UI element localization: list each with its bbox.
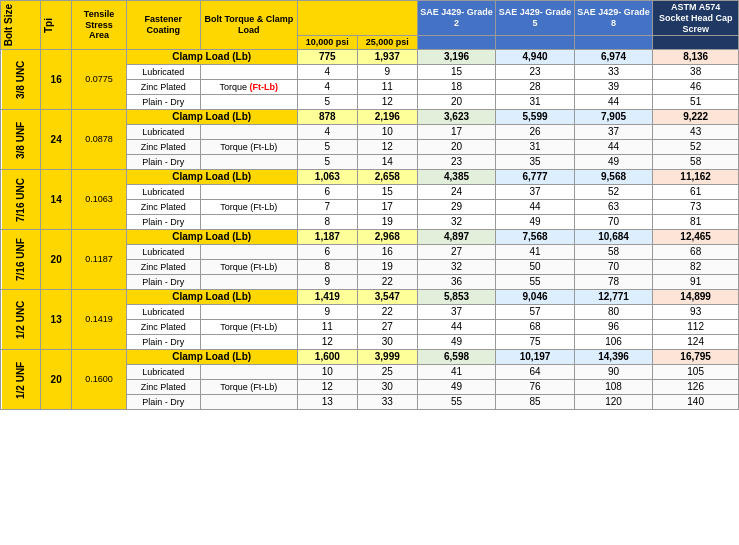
- coating-cell: Zinc Plated: [126, 380, 200, 395]
- torque-value-cell: 33: [357, 395, 417, 410]
- torque-value-cell: 24: [417, 185, 496, 200]
- clamp-label-cell: Clamp Load (Lb): [126, 290, 297, 305]
- torque-value-cell: 6: [297, 185, 357, 200]
- torque-value-cell: 12: [357, 95, 417, 110]
- torque-value-cell: 29: [417, 200, 496, 215]
- g8-sub: [574, 36, 653, 50]
- bolt-torque-header: Bolt Torque & Clamp Load: [200, 1, 297, 50]
- clamp-label-cell: Clamp Load (Lb): [126, 50, 297, 65]
- torque-label-cell: [200, 125, 297, 140]
- g2-sub: [417, 36, 496, 50]
- coating-cell: Lubricated: [126, 125, 200, 140]
- clamp-value-cell: 1,063: [297, 170, 357, 185]
- clamp-value-cell: 4,897: [417, 230, 496, 245]
- clamp-value-cell: 1,600: [297, 350, 357, 365]
- torque-label-cell: Torque (Ft-Lb): [200, 140, 297, 155]
- torque-value-cell: 57: [496, 305, 575, 320]
- torque-value-cell: 31: [496, 140, 575, 155]
- torque-value-cell: 41: [496, 245, 575, 260]
- torque-value-cell: 49: [417, 380, 496, 395]
- torque-value-cell: 25: [357, 365, 417, 380]
- clamp-value-cell: 2,658: [357, 170, 417, 185]
- torque-value-cell: 73: [653, 200, 739, 215]
- torque-value-cell: 17: [417, 125, 496, 140]
- bolt-size-cell: 3/8 UNF: [1, 110, 41, 170]
- torque-value-cell: 10: [357, 125, 417, 140]
- clamp-value-cell: 3,999: [357, 350, 417, 365]
- torque-value-cell: 105: [653, 365, 739, 380]
- torque-value-cell: 82: [653, 260, 739, 275]
- astm-header: ASTM A574 Socket Head Cap Screw: [653, 1, 739, 36]
- coating-cell: Lubricated: [126, 305, 200, 320]
- torque-value-cell: 12: [357, 140, 417, 155]
- clamp-value-cell: 6,974: [574, 50, 653, 65]
- clamp-value-cell: 7,568: [496, 230, 575, 245]
- stress-cell: 0.0878: [72, 110, 126, 170]
- stress-cell: 0.1419: [72, 290, 126, 350]
- a574-sub: [653, 36, 739, 50]
- clamp-value-cell: 1,937: [357, 50, 417, 65]
- torque-value-cell: 44: [574, 140, 653, 155]
- torque-value-cell: 37: [574, 125, 653, 140]
- torque-value-cell: 70: [574, 260, 653, 275]
- torque-label-cell: [200, 365, 297, 380]
- torque-value-cell: 52: [574, 185, 653, 200]
- clamp-value-cell: 8,136: [653, 50, 739, 65]
- torque-value-cell: 37: [417, 305, 496, 320]
- torque-label-cell: Torque (Ft-Lb): [200, 200, 297, 215]
- g5-sub: [496, 36, 575, 50]
- clamp-label-cell: Clamp Load (Lb): [126, 110, 297, 125]
- torque-label-cell: [200, 185, 297, 200]
- torque-value-cell: 44: [417, 320, 496, 335]
- torque-value-cell: 80: [574, 305, 653, 320]
- clamp-value-cell: 3,547: [357, 290, 417, 305]
- torque-value-cell: 14: [357, 155, 417, 170]
- torque-value-cell: 32: [417, 215, 496, 230]
- torque-value-cell: 85: [496, 395, 575, 410]
- clamp-value-cell: 4,385: [417, 170, 496, 185]
- coating-cell: Zinc Plated: [126, 200, 200, 215]
- coating-cell: Zinc Plated: [126, 80, 200, 95]
- torque-value-cell: 16: [357, 245, 417, 260]
- torque-value-cell: 126: [653, 380, 739, 395]
- clamp-value-cell: 12,465: [653, 230, 739, 245]
- torque-value-cell: 30: [357, 335, 417, 350]
- torque-value-cell: 63: [574, 200, 653, 215]
- clamp-value-cell: 1,187: [297, 230, 357, 245]
- torque-value-cell: 81: [653, 215, 739, 230]
- torque-value-cell: 90: [574, 365, 653, 380]
- torque-label-cell: [200, 275, 297, 290]
- torque-label-cell: [200, 305, 297, 320]
- torque-value-cell: 44: [574, 95, 653, 110]
- table-row: 1/2 UNF200.1600Clamp Load (Lb)1,6003,999…: [1, 350, 739, 365]
- torque-value-cell: 58: [653, 155, 739, 170]
- torque-value-cell: 37: [496, 185, 575, 200]
- torque-value-cell: 32: [417, 260, 496, 275]
- torque-value-cell: 68: [653, 245, 739, 260]
- torque-value-cell: 19: [357, 215, 417, 230]
- coating-cell: Lubricated: [126, 365, 200, 380]
- coating-cell: Lubricated: [126, 185, 200, 200]
- torque-value-cell: 31: [496, 95, 575, 110]
- clamp-value-cell: 5,599: [496, 110, 575, 125]
- clamp-value-cell: 10,684: [574, 230, 653, 245]
- torque-value-cell: 76: [496, 380, 575, 395]
- torque-value-cell: 11: [297, 320, 357, 335]
- torque-value-cell: 12: [297, 380, 357, 395]
- torque-value-cell: 35: [496, 155, 575, 170]
- torque-value-cell: 9: [297, 305, 357, 320]
- torque-value-cell: 96: [574, 320, 653, 335]
- coating-cell: Zinc Plated: [126, 320, 200, 335]
- clamp-value-cell: 14,899: [653, 290, 739, 305]
- 10k-psi-header: 10,000 psi: [297, 36, 357, 50]
- torque-value-cell: 20: [417, 140, 496, 155]
- clamp-value-cell: 6,777: [496, 170, 575, 185]
- clamp-value-cell: 9,046: [496, 290, 575, 305]
- torque-value-cell: 112: [653, 320, 739, 335]
- torque-value-cell: 108: [574, 380, 653, 395]
- clamp-value-cell: 775: [297, 50, 357, 65]
- torque-value-cell: 22: [357, 275, 417, 290]
- bolt-size-cell: 7/16 UNC: [1, 170, 41, 230]
- tpi-cell: 20: [40, 230, 71, 290]
- torque-value-cell: 6: [297, 245, 357, 260]
